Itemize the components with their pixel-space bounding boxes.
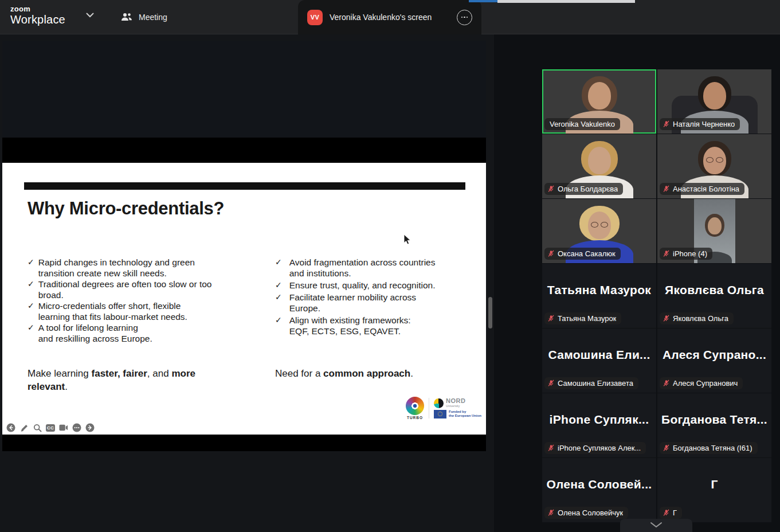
eu-funding-logo: Funded by the European Union [434, 410, 481, 418]
participant-tile[interactable]: Анастасія Болотіна [657, 134, 771, 198]
participant-display-name: Олена Соловей... [542, 478, 656, 491]
muted-mic-icon [547, 380, 555, 387]
bullet-item: ✓ Traditional degrees are often too slow… [28, 279, 217, 300]
check-icon: ✓ [275, 292, 282, 314]
participant-tile[interactable]: Самошина Ели... Самошина Елизавета [542, 328, 656, 393]
top-bar: zoom Workplace Meeting VV Veronika Vakul… [0, 0, 780, 34]
muted-mic-icon [663, 315, 670, 322]
presentation-slide: Why Micro-credentials? ✓ Rapid changes i… [2, 163, 486, 435]
participant-display-name: Самошина Ели... [542, 348, 656, 362]
participant-tile[interactable]: Оксана Сакалюк [542, 199, 656, 263]
participant-name-badge: Алеся Супранович [660, 377, 743, 389]
slide-note-right: Need for a common approach. [275, 367, 464, 380]
tab-shared-screen-label: Veronika Vakulenko's screen [330, 13, 450, 22]
participant-name-badge: iPhone (4) [660, 248, 712, 260]
muted-mic-icon [547, 250, 555, 257]
participant-gallery: Veronika Vakulenko Наталія Черненко Ольг… [542, 69, 771, 522]
check-icon: ✓ [275, 257, 282, 279]
muted-mic-icon [663, 444, 670, 452]
participant-name-badge: Г [660, 507, 682, 519]
more-options-icon[interactable] [72, 423, 81, 432]
tab-meeting[interactable]: Meeting [115, 8, 173, 26]
participant-display-name: Богданова Тетя... [657, 413, 771, 427]
tab-meeting-label: Meeting [139, 13, 167, 22]
nord-logo-icon [434, 398, 444, 408]
bullet-item: ✓ Micro-credentials offer short, flexibl… [28, 300, 217, 322]
participant-display-name: Татьяна Мазурок [542, 283, 656, 297]
turbo-logo-icon [406, 397, 424, 415]
participant-display-name: iPhone Супляк... [542, 413, 656, 427]
next-slide-button[interactable] [85, 423, 95, 432]
slide-right-column: ✓ Avoid fragmentation across countries a… [275, 257, 464, 338]
collapse-gallery-button[interactable] [620, 519, 692, 532]
participant-tile[interactable]: iPhone (4) [657, 199, 771, 263]
participant-name-badge: Яковлєва Ольга [660, 312, 734, 324]
zoom-magnifier-icon[interactable] [33, 423, 42, 432]
participant-name-badge: Богданова Тетяна (І61) [660, 442, 758, 454]
participant-name-badge: Татьяна Мазурок [544, 312, 621, 324]
participant-name-badge: iPhone Супляков Алек... [544, 442, 646, 454]
participant-tile[interactable]: Ольга Болдарєва [542, 134, 656, 198]
slide-left-column: ✓ Rapid changes in technology and green … [28, 257, 217, 344]
check-icon: ✓ [28, 257, 34, 279]
slide-letterbox-top [2, 138, 486, 163]
brand-line2: Workplace [10, 14, 65, 25]
slide-logos: TURBO NORD University Funded by the Euro… [406, 397, 481, 420]
muted-mic-icon [547, 185, 555, 193]
slide-divider-bar [24, 182, 465, 190]
participant-tile[interactable]: Алеся Супрано... Алеся Супранович [657, 328, 771, 393]
bullet-item: ✓ Ensure trust, quality, and recognition… [275, 280, 464, 291]
participant-display-name: Алеся Супрано... [657, 348, 771, 362]
participant-name-badge: Veronika Vakulenko [544, 118, 620, 130]
avatar: VV [307, 10, 323, 25]
check-icon: ✓ [28, 279, 34, 300]
participant-tile[interactable]: Veronika Vakulenko [542, 69, 656, 134]
participant-tile[interactable]: Наталія Черненко [657, 69, 771, 134]
people-icon [120, 13, 133, 22]
bullet-item: ✓ Rapid changes in technology and green … [28, 257, 217, 279]
camera-icon[interactable] [59, 423, 68, 432]
presentation-toolbar: CC [6, 423, 95, 432]
participant-name-badge: Олена Соловейчук [544, 507, 628, 519]
participant-tile[interactable]: Яковлєва Ольга Яковлєва Ольга [657, 264, 771, 328]
chevron-down-icon[interactable] [86, 13, 94, 18]
participant-tile[interactable]: Олена Соловей... Олена Соловейчук [542, 458, 656, 522]
muted-mic-icon [547, 444, 555, 452]
bullet-item: ✓ Align with existing frameworks: EQF, E… [275, 315, 464, 337]
shared-screen-view: Why Micro-credentials? ✓ Rapid changes i… [2, 41, 486, 451]
tab-shared-screen[interactable]: VV Veronika Vakulenko's screen [298, 0, 481, 34]
muted-mic-icon [663, 185, 670, 193]
scrollbar-thumb[interactable] [488, 297, 492, 328]
pen-tool-icon[interactable] [19, 423, 29, 432]
brand-line1: zoom [10, 5, 65, 13]
eu-flag-icon [434, 410, 446, 418]
zoom-workplace-logo: zoom Workplace [10, 5, 65, 25]
participant-display-name: Г [657, 478, 771, 491]
check-icon: ✓ [275, 280, 282, 291]
background-window-edge-light [497, 0, 635, 3]
participant-tile[interactable]: Татьяна Мазурок Татьяна Мазурок [542, 264, 656, 328]
bullet-item: ✓ Facilitate learner mobility across Eur… [275, 292, 464, 314]
participant-tile[interactable]: iPhone Супляк... iPhone Супляков Алек... [542, 393, 656, 457]
slide-note-left: Make learning faster, fairer, and more r… [28, 367, 228, 393]
participant-name-badge: Наталія Черненко [660, 118, 740, 130]
closed-captions-icon[interactable]: CC [46, 423, 55, 432]
mouse-cursor [403, 234, 411, 245]
slide-letterbox-bottom [2, 435, 486, 451]
participant-name-badge: Самошина Елизавета [544, 377, 638, 389]
muted-mic-icon [547, 315, 555, 322]
background-window-edge-blue [469, 0, 497, 2]
slide-title: Why Micro-credentials? [28, 198, 224, 219]
bullet-item: ✓ Avoid fragmentation across countries a… [275, 257, 464, 279]
turbo-logo: TURBO [406, 397, 424, 420]
muted-mic-icon [663, 509, 670, 517]
check-icon: ✓ [275, 315, 282, 337]
participant-tile[interactable]: Г Г [657, 458, 771, 522]
muted-mic-icon [663, 380, 670, 387]
participant-name-badge: Анастасія Болотіна [660, 183, 744, 195]
participant-name-badge: Оксана Сакалюк [544, 248, 621, 260]
previous-slide-button[interactable] [6, 423, 15, 432]
participant-tile[interactable]: Богданова Тетя... Богданова Тетяна (І61) [657, 393, 771, 457]
tab-options-button[interactable] [457, 10, 472, 25]
check-icon: ✓ [28, 322, 34, 344]
